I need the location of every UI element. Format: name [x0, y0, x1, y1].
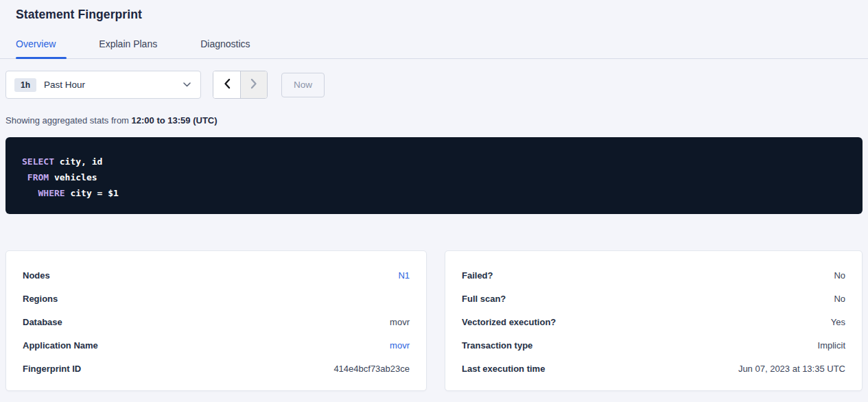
sql-line: SELECT city, id: [22, 154, 846, 169]
row-label-application-name: Application Name: [23, 340, 98, 351]
prev-time-button[interactable]: [213, 71, 240, 98]
database-value: movr: [390, 317, 410, 327]
now-button[interactable]: Now: [281, 73, 325, 97]
next-time-button[interactable]: [240, 71, 267, 98]
tab-explain-plans[interactable]: Explain Plans: [99, 38, 168, 58]
time-range-badge: 1h: [14, 78, 36, 92]
sql-indent: [22, 188, 38, 198]
transaction-type-value: Implicit: [818, 340, 845, 351]
row-label-last-execution: Last execution time: [462, 364, 545, 374]
time-step-button-group: [213, 71, 268, 99]
last-execution-time-value: Jun 07, 2023 at 13:35 UTC: [738, 364, 845, 374]
fingerprint-id-value: 414e4bcf73ab23ce: [333, 364, 410, 374]
time-range-label: Past Hour: [44, 80, 85, 90]
sql-statement-box: SELECT city, id FROM vehicles WHERE city…: [5, 137, 863, 214]
table-row: Vectorized execution? Yes: [462, 310, 845, 333]
sql-keyword: SELECT: [22, 156, 54, 167]
row-label-regions: Regions: [23, 294, 58, 304]
row-label-failed: Failed?: [462, 270, 493, 281]
row-label-database: Database: [23, 317, 62, 327]
sql-keyword: WHERE: [38, 188, 64, 198]
table-row: Full scan? No: [462, 287, 845, 310]
page-content: 1h Past Hour Now S: [0, 71, 868, 391]
row-label-transaction-type: Transaction type: [462, 340, 532, 351]
sql-text: city = $1: [65, 188, 119, 198]
chevron-left-icon: [224, 78, 231, 91]
vectorized-value: Yes: [831, 317, 845, 327]
execution-attributes-card: Failed? No Full scan? No Vectorized exec…: [445, 250, 863, 391]
table-row: Regions: [23, 287, 410, 310]
nodes-link[interactable]: N1: [398, 270, 410, 281]
row-label-vectorized: Vectorized execution?: [462, 317, 556, 327]
aggregated-stats-line: Showing aggregated stats from 12:00 to 1…: [5, 115, 863, 126]
table-row: Transaction type Implicit: [462, 333, 845, 357]
statement-details-card: Nodes N1 Regions Database movr Applicati…: [5, 250, 427, 391]
time-picker-toolbar: 1h Past Hour Now: [5, 71, 863, 99]
application-name-link[interactable]: movr: [390, 340, 410, 351]
tab-bar: Overview Explain Plans Diagnostics: [0, 38, 868, 59]
row-label-fingerprint-id: Fingerprint ID: [23, 364, 81, 374]
sql-text: city, id: [54, 156, 102, 167]
sql-line: WHERE city = $1: [22, 185, 846, 201]
time-range-dropdown[interactable]: 1h Past Hour: [5, 71, 201, 99]
table-row: Application Name movr: [23, 333, 410, 357]
detail-cards: Nodes N1 Regions Database movr Applicati…: [5, 250, 863, 391]
page-title: Statement Fingerprint: [16, 8, 852, 22]
sql-text: vehicles: [49, 172, 97, 182]
stats-range: 12:00 to 13:59 (UTC): [132, 115, 218, 126]
chevron-down-icon: [183, 82, 191, 87]
full-scan-value: No: [834, 294, 845, 304]
stats-prefix: Showing aggregated stats from: [5, 115, 132, 126]
statement-fingerprint-page: Statement Fingerprint Overview Explain P…: [0, 0, 868, 402]
table-row: Database movr: [23, 310, 410, 333]
table-row: Failed? No: [462, 263, 845, 287]
page-header: Statement Fingerprint: [0, 0, 868, 22]
sql-line: FROM vehicles: [22, 169, 846, 185]
row-label-nodes: Nodes: [23, 270, 50, 281]
chevron-right-icon: [250, 78, 257, 91]
sql-keyword: FROM: [27, 172, 49, 182]
tab-overview[interactable]: Overview: [16, 38, 67, 58]
row-label-full-scan: Full scan?: [462, 294, 506, 304]
table-row: Last execution time Jun 07, 2023 at 13:3…: [462, 357, 845, 380]
table-row: Nodes N1: [23, 263, 410, 287]
failed-value: No: [834, 270, 845, 281]
sql-indent: [22, 172, 27, 182]
tab-diagnostics[interactable]: Diagnostics: [200, 38, 261, 58]
table-row: Fingerprint ID 414e4bcf73ab23ce: [23, 357, 410, 380]
